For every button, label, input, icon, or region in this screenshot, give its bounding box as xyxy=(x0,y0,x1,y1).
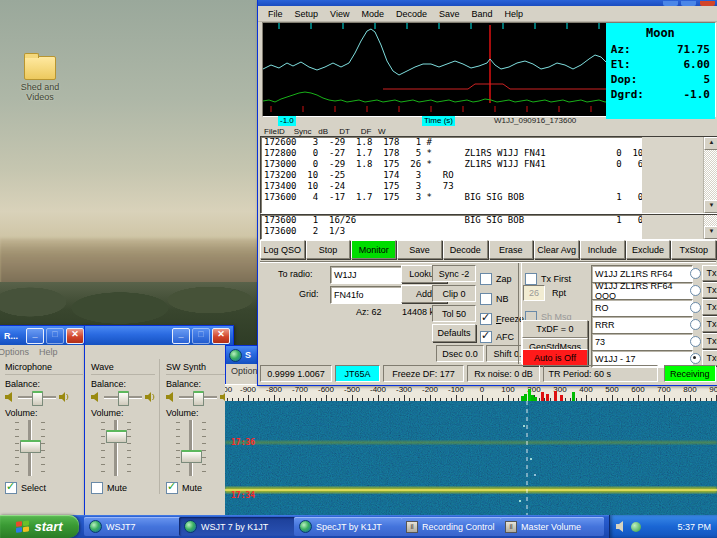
minimize-button[interactable]: _ xyxy=(26,328,44,344)
tx4-button[interactable]: Tx4 xyxy=(702,316,717,332)
tx3-radio[interactable] xyxy=(690,302,701,313)
decode-text-area[interactable]: 172600 3 -29 1.8 178 1 # 172800 0 -27 1.… xyxy=(260,136,717,214)
to-radio-input[interactable]: W1JJ xyxy=(330,266,402,284)
tx2-message-input[interactable]: W1JJ ZL1RS RF64 OOO xyxy=(591,282,693,300)
balance-slider[interactable] xyxy=(179,396,217,399)
tray-volume-icon[interactable] xyxy=(616,521,627,532)
scroll-down-icon[interactable]: ▼ xyxy=(704,200,717,213)
average-text-area[interactable]: 173600 1 16/26 BIG SIG BOB 1 0 173600 2 … xyxy=(260,214,717,240)
erase-button[interactable]: Erase xyxy=(489,240,534,259)
defaults-button[interactable]: Defaults xyxy=(432,324,476,342)
close-button[interactable]: ✕ xyxy=(212,328,230,344)
balance-label: Balance: xyxy=(5,379,83,389)
tx6-radio[interactable] xyxy=(690,353,701,364)
menu-save[interactable]: Save xyxy=(433,9,466,19)
mute-checkbox[interactable] xyxy=(91,482,103,494)
balance-slider[interactable] xyxy=(104,396,142,399)
txstop-button[interactable]: TxStop xyxy=(671,240,716,259)
tx4-radio[interactable] xyxy=(690,319,701,330)
menu-help[interactable]: Help xyxy=(39,347,58,357)
scrollbar[interactable]: ▼ xyxy=(703,215,717,239)
mute-checkbox[interactable] xyxy=(166,482,178,494)
waterfall-ruler[interactable]: -1000-900-800-700-600-500-400-300-200-10… xyxy=(225,384,717,402)
tx4-message-input[interactable]: RRR xyxy=(591,316,693,334)
scroll-up-icon[interactable]: ▲ xyxy=(704,137,717,150)
tol-field[interactable]: Tol 50 xyxy=(432,305,476,322)
tx-first-checkbox[interactable] xyxy=(525,273,537,285)
taskbar-item-specjt[interactable]: SpecJT by K1JT xyxy=(294,517,408,536)
close-button[interactable] xyxy=(700,1,715,6)
menu-view[interactable]: View xyxy=(324,9,355,19)
desktop-icon-label: Shed and Videos xyxy=(14,82,66,102)
freeze-checkbox[interactable] xyxy=(480,313,492,325)
exclude-button[interactable]: Exclude xyxy=(626,240,671,259)
maximize-button[interactable]: □ xyxy=(192,328,210,344)
txdf-button[interactable]: TxDF = 0 xyxy=(522,320,588,338)
menu-decode[interactable]: Decode xyxy=(390,9,433,19)
volume-slider[interactable] xyxy=(13,420,47,476)
taskbar-item-wsjt7[interactable]: WSJT7 xyxy=(84,517,186,536)
tx1-button[interactable]: Tx1 xyxy=(702,265,717,281)
taskbar-item-recording-control[interactable]: ilRecording Control xyxy=(401,517,507,536)
menu-help[interactable]: Help xyxy=(499,9,530,19)
sync-field[interactable]: Sync -2 xyxy=(432,265,476,282)
tx5-radio[interactable] xyxy=(690,336,701,347)
ruler-label: 400 xyxy=(579,385,592,394)
tx3-message-input[interactable]: RO xyxy=(591,299,693,317)
maximize-button[interactable]: □ xyxy=(46,328,64,344)
maximize-button[interactable] xyxy=(681,1,696,6)
taskbar-item-wsjt7-by-k1jt[interactable]: WSJT 7 by K1JT xyxy=(179,517,301,536)
stop-button[interactable]: Stop xyxy=(306,240,351,259)
scroll-down-icon[interactable]: ▼ xyxy=(704,226,717,239)
wsjt-titlebar[interactable] xyxy=(258,0,717,6)
tx3-button[interactable]: Tx3 xyxy=(702,299,717,315)
ruler-label: -400 xyxy=(370,385,386,394)
tray-network-icon[interactable] xyxy=(631,522,641,532)
scrollbar[interactable]: ▲ ▼ xyxy=(703,137,717,213)
nb-checkbox[interactable] xyxy=(480,293,492,305)
menu-mode[interactable]: Mode xyxy=(355,9,390,19)
desktop-icon-shed-and-videos[interactable]: Shed and Videos xyxy=(14,56,66,102)
taskbar-item-master-volume[interactable]: ilMaster Volume xyxy=(500,517,604,536)
close-button[interactable]: ✕ xyxy=(66,328,84,344)
minimize-button[interactable]: _ xyxy=(172,328,190,344)
grid-input[interactable]: FN41fo xyxy=(330,286,402,304)
rpt-field[interactable]: 26 xyxy=(523,285,545,301)
ruler-signal-marker xyxy=(546,394,549,401)
save-button[interactable]: Save xyxy=(397,240,442,259)
include-button[interactable]: Include xyxy=(580,240,625,259)
afc-checkbox[interactable] xyxy=(480,331,492,343)
volume-slider[interactable] xyxy=(174,420,208,476)
tx2-button[interactable]: Tx2 xyxy=(702,282,717,298)
recording-control-titlebar[interactable]: R... _ □ ✕ xyxy=(0,326,87,345)
dsec-field[interactable]: Dsec 0.0 xyxy=(436,345,484,362)
menu-setup[interactable]: Setup xyxy=(289,9,325,19)
volume-slider[interactable] xyxy=(99,420,133,476)
tray-clock[interactable]: 5:37 PM xyxy=(677,522,711,532)
select-checkbox[interactable] xyxy=(5,482,17,494)
balance-slider[interactable] xyxy=(18,396,56,399)
ruler-signal-marker xyxy=(554,391,557,401)
tx6-button[interactable]: Tx6 xyxy=(702,350,717,366)
master-volume-titlebar[interactable]: _ □ ✕ xyxy=(85,326,233,345)
clear-avg-button[interactable]: Clear Avg xyxy=(534,240,579,259)
menu-options[interactable]: Options xyxy=(0,347,29,357)
master-volume-window: _ □ ✕ Wave Balance: Volume: xyxy=(84,325,234,517)
minimize-button[interactable] xyxy=(663,1,678,6)
zap-checkbox[interactable] xyxy=(480,273,492,285)
start-button[interactable]: start xyxy=(0,515,79,538)
clip-field[interactable]: Clip 0 xyxy=(432,285,476,302)
tx5-button[interactable]: Tx5 xyxy=(702,333,717,349)
auto-button[interactable]: Auto is Off xyxy=(522,349,588,366)
monitor-button[interactable]: Monitor xyxy=(351,240,396,259)
windows-logo-icon xyxy=(16,520,30,533)
tx5-message-input[interactable]: 73 xyxy=(591,333,693,351)
decode-button[interactable]: Decode xyxy=(443,240,488,259)
menu-band[interactable]: Band xyxy=(465,9,498,19)
decode-column-header: FileID Sync dB DT DF W xyxy=(264,127,386,136)
tx2-radio[interactable] xyxy=(690,285,701,296)
waterfall-time-1: 17:36 xyxy=(231,438,255,447)
log-qso-button[interactable]: Log QSO xyxy=(260,240,305,259)
tx1-radio[interactable] xyxy=(690,268,701,279)
menu-file[interactable]: File xyxy=(262,9,289,19)
